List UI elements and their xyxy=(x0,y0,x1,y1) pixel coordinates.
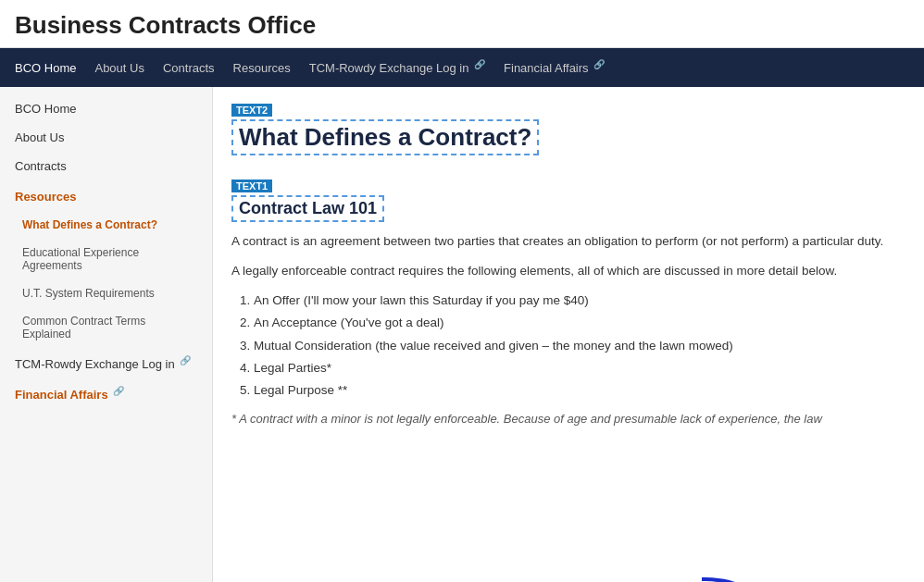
list-item-4: Legal Parties* xyxy=(254,357,905,379)
external-link-icon: 🔗 xyxy=(474,59,485,69)
nav-about-us[interactable]: About Us xyxy=(94,61,144,75)
footnote-text: * A contract with a minor is not legally… xyxy=(231,412,905,426)
list-item-2: An Acceptance (You've got a deal) xyxy=(254,312,905,334)
page-main-title: What Defines a Contract? xyxy=(231,119,539,155)
sidebar-ext-icon-tcm: 🔗 xyxy=(180,355,191,365)
sidebar-financial[interactable]: Financial Affairs 🔗 xyxy=(0,378,212,409)
main-layout: BCO Home About Us Contracts Resources Wh… xyxy=(0,87,924,582)
sidebar-bco-home[interactable]: BCO Home xyxy=(0,94,212,123)
body-para-1: A contract is an agreement between two p… xyxy=(231,231,905,252)
body-para-2: A legally enforceable contract requires … xyxy=(231,261,905,281)
sidebar-educational[interactable]: Educational Experience Agreements xyxy=(0,239,212,279)
arrow-icon xyxy=(693,575,776,582)
list-item-1: An Offer (I'll mow your lawn this Saturd… xyxy=(254,290,905,312)
content-area: TEXT2 What Defines a Contract? TEXT1 Con… xyxy=(213,87,924,582)
nav-resources[interactable]: Resources xyxy=(233,61,291,75)
sidebar-about-us[interactable]: About Us xyxy=(0,123,212,152)
nav-bar: BCO Home About Us Contracts Resources TC… xyxy=(0,48,924,87)
external-link-icon-2: 🔗 xyxy=(593,59,605,69)
arrow-container xyxy=(693,575,776,582)
section-title: Contract Law 101 xyxy=(231,195,384,222)
sidebar: BCO Home About Us Contracts Resources Wh… xyxy=(0,87,213,582)
list-item-3: Mutual Consideration (the value received… xyxy=(254,335,905,357)
nav-financial[interactable]: Financial Affairs 🔗 xyxy=(504,59,605,75)
sidebar-contracts[interactable]: Contracts xyxy=(0,152,212,180)
sidebar-ext-icon-financial: 🔗 xyxy=(113,386,124,396)
sidebar-what-defines[interactable]: What Defines a Contract? xyxy=(0,211,212,239)
list-item-5: Legal Purpose ** xyxy=(254,379,905,402)
nav-bco-home[interactable]: BCO Home xyxy=(15,61,76,75)
text2-badge: TEXT2 xyxy=(231,104,272,117)
nav-contracts[interactable]: Contracts xyxy=(163,61,215,75)
site-title: Business Contracts Office xyxy=(15,11,909,40)
sidebar-tcm-rowdy[interactable]: TCM-Rowdy Exchange Log in 🔗 xyxy=(0,348,212,378)
site-header: Business Contracts Office xyxy=(0,0,924,48)
sidebar-resources-header: Resources xyxy=(0,180,212,211)
sidebar-ut-system[interactable]: U.T. System Requirements xyxy=(0,279,212,307)
text1-badge: TEXT1 xyxy=(231,180,272,192)
sidebar-common-terms[interactable]: Common Contract Terms Explained xyxy=(0,307,212,348)
nav-tcm-rowdy[interactable]: TCM-Rowdy Exchange Log in 🔗 xyxy=(309,59,485,75)
contract-elements-list: An Offer (I'll mow your lawn this Saturd… xyxy=(254,290,905,402)
